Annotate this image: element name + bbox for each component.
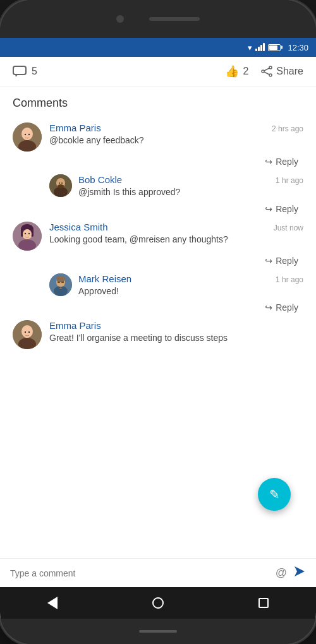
svg-point-2 [269,66,272,69]
nested-comment: Bob Cokle 1 hr ago @jsmith Is this appro… [49,174,303,217]
comment-bubble-icon [13,66,27,77]
share-area[interactable]: Share [261,66,303,77]
reply-button[interactable]: ↩ Reply [260,253,303,268]
comment-text: Looking good team, @mreisen any thoughts… [49,234,303,246]
svg-line-6 [264,72,269,75]
status-time: 12:30 [288,43,308,52]
comment-text: Great! I'll organise a meeting to discus… [49,332,303,345]
home-icon [152,597,164,609]
reply-row: ↩ Reply [49,201,303,217]
status-bar: ▾ 12:30 [0,38,316,57]
comment-header: Bob Cokle 1 hr ago [78,174,303,185]
send-button[interactable] [293,565,306,581]
svg-point-45 [28,331,30,333]
speaker-grille [149,17,200,21]
comment-input[interactable] [10,568,269,578]
comment-text: @jsmith Is this approved? [78,186,303,199]
bottom-navigation [0,587,316,619]
comment-body: Emma Paris 2 hrs ago @bcokle any feedbac… [49,122,303,152]
thumbs-up-icon: 👍 [225,64,239,78]
back-button[interactable] [43,593,62,612]
main-content: 5 👍 2 Share [0,57,316,587]
edit-icon: ✎ [269,487,280,502]
reply-row: ↩ Reply [13,253,303,268]
comment-item: Bob Cokle 1 hr ago @jsmith Is this appro… [49,174,303,199]
front-camera [116,15,124,23]
battery-icon [268,44,281,51]
home-indicator [139,630,177,633]
reply-arrow-icon: ↩ [265,256,272,266]
reply-button[interactable]: ↩ Reply [260,300,303,315]
comments-title: Comments [13,97,303,110]
avatar [13,122,42,152]
comment-item: Emma Paris 2 hrs ago @bcokle any feedbac… [13,122,303,152]
comment-header: Emma Paris 2 hrs ago [49,122,303,133]
avatar [49,273,72,296]
comment-time: 1 hr ago [276,176,303,185]
comment-body: Mark Reisen 1 hr ago Approved! [78,273,303,298]
reply-button[interactable]: ↩ Reply [260,201,303,217]
comment-author: Mark Reisen [78,273,131,284]
svg-point-11 [23,130,32,140]
status-icons: ▾ 12:30 [248,43,308,52]
svg-point-4 [269,74,272,76]
comment-input-area: @ [0,558,316,587]
svg-point-33 [54,286,68,296]
comment-body: Bob Cokle 1 hr ago @jsmith Is this appro… [78,174,303,199]
reply-arrow-icon: ↩ [265,157,272,167]
svg-point-29 [25,232,26,234]
comment-author: Bob Cokle [78,174,122,185]
svg-point-28 [23,229,32,239]
reply-arrow-icon: ↩ [265,204,272,214]
svg-point-38 [56,276,65,282]
phone-frame: ▾ 12:30 [0,0,316,644]
phone-top-decoration [0,0,316,38]
comment-time: Just now [274,224,303,232]
comment-time: 2 hrs ago [272,124,303,133]
screen: ▾ 12:30 [0,38,316,619]
reply-label: Reply [276,204,298,214]
svg-marker-1 [15,75,18,77]
svg-marker-46 [295,566,305,576]
avatar [13,222,42,251]
svg-point-13 [28,134,30,135]
back-icon [47,597,58,609]
like-count: 2 [243,66,248,77]
reply-arrow-icon: ↩ [265,302,272,313]
mention-button[interactable]: @ [276,566,287,580]
nested-comment: Mark Reisen 1 hr ago Approved! ↩ Reply [49,273,303,316]
svg-point-16 [54,187,68,197]
recents-button[interactable] [254,593,273,612]
svg-point-20 [61,182,63,184]
comment-count: 5 [32,66,37,77]
svg-rect-0 [13,66,26,75]
comment-header: Mark Reisen 1 hr ago [78,273,303,284]
share-icon [261,66,272,77]
comment-item: Mark Reisen 1 hr ago Approved! [49,273,303,298]
svg-point-19 [59,182,60,184]
reply-row: ↩ Reply [49,300,303,315]
comment-item: Emma Paris Great! I'll organise a meetin… [13,320,303,349]
comment-text: @bcokle any feedback? [49,134,303,147]
reply-button[interactable]: ↩ Reply [260,154,303,169]
wifi-icon: ▾ [248,43,252,52]
edit-fab[interactable]: ✎ [258,478,291,511]
home-button[interactable] [149,593,167,612]
share-label: Share [276,66,303,77]
reply-row: ↩ Reply [13,154,303,169]
comment-body: Jessica Smith Just now Looking good team… [49,222,303,251]
comment-text: Approved! [78,285,303,298]
comments-section: Comments [0,86,316,538]
svg-point-43 [23,328,32,338]
send-icon [293,565,306,578]
comment-author: Emma Paris [49,320,101,331]
avatar [13,320,42,349]
reply-label: Reply [276,256,298,266]
svg-point-30 [28,232,30,234]
like-area[interactable]: 👍 2 [225,64,248,78]
comment-count-area: 5 [13,66,37,77]
comment-time: 1 hr ago [276,275,303,284]
comment-header: Jessica Smith Just now [49,222,303,232]
avatar [49,174,72,197]
reply-label: Reply [276,157,298,167]
